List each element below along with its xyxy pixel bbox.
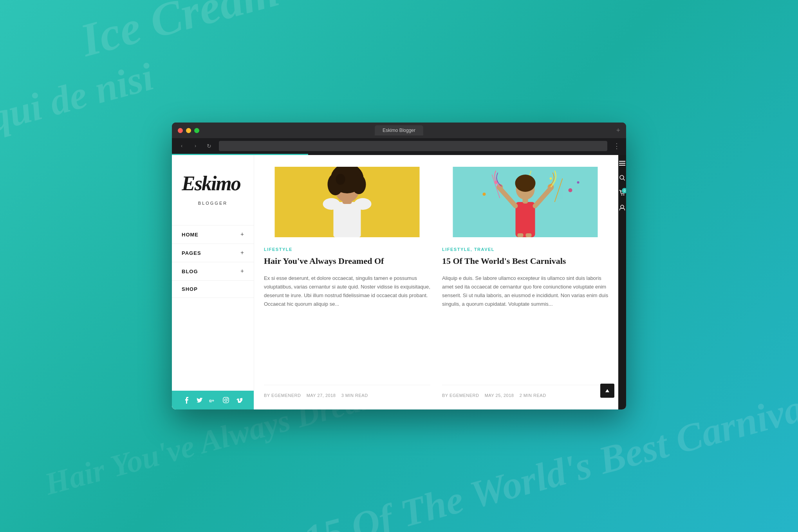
svg-point-22	[550, 177, 552, 180]
social-bar: g+	[172, 391, 254, 409]
article-2-readtime: 2 MIN READ	[520, 393, 546, 398]
article-card-1: LIFESTYLE Hair You've Always Dreamed Of …	[264, 167, 430, 398]
traffic-light-maximize[interactable]	[194, 128, 199, 133]
bg-decoration-1: Ice Cream	[75, 0, 284, 67]
svg-point-4	[227, 398, 228, 399]
article-1-excerpt: Ex si esse deserunt, et dolore occaecat,…	[264, 274, 430, 377]
social-vimeo[interactable]	[235, 396, 243, 404]
svg-text:Eskimo: Eskimo	[182, 172, 241, 195]
menu-icon[interactable]	[619, 161, 625, 167]
article-1-meta: BY EGEMENERD MAY 27, 2018 3 MIN READ	[264, 385, 430, 398]
browser-window: Eskimo Blogger + ‹ › ↻ ⋮ Eskimo	[172, 123, 626, 409]
sidebar: Eskimo BLOGGER HOME + PAGES + BLOG +	[172, 155, 254, 409]
logo-svg: Eskimo	[182, 169, 244, 196]
svg-rect-26	[516, 202, 535, 237]
article-1-image	[264, 167, 430, 237]
browser-tab[interactable]: Eskimo Blogger	[375, 125, 423, 135]
article-2-excerpt: Aliquip e duis. Se labore ullamco except…	[442, 274, 608, 377]
svg-point-25	[577, 181, 580, 184]
svg-point-24	[483, 193, 486, 196]
logo: Eskimo BLOGGER	[182, 169, 244, 206]
website-content: Eskimo BLOGGER HOME + PAGES + BLOG +	[172, 155, 626, 409]
traffic-light-minimize[interactable]	[186, 128, 191, 133]
svg-point-3	[225, 399, 227, 401]
article-2-category: LIFESTYLE, TRAVEL	[442, 247, 608, 252]
svg-point-42	[623, 195, 625, 196]
nav-item-blog[interactable]: BLOG +	[172, 262, 254, 280]
bg-decoration-2: e qui de nisi	[0, 54, 158, 148]
browser-addressbar: ‹ › ↻ ⋮	[172, 138, 626, 154]
social-twitter[interactable]	[196, 396, 204, 404]
social-google-plus[interactable]: g+	[209, 396, 217, 404]
article-2-date: MAY 25, 2018	[485, 393, 514, 398]
svg-point-39	[620, 175, 624, 179]
svg-text:g+: g+	[209, 398, 214, 402]
article-2-meta: BY EGEMENERD MAY 25, 2018 2 MIN READ	[442, 385, 608, 398]
svg-point-29	[515, 175, 536, 192]
article-1-by: BY	[264, 393, 270, 398]
article-2-by: BY	[442, 393, 448, 398]
svg-point-15	[323, 198, 340, 210]
back-button[interactable]: ‹	[178, 142, 186, 150]
browser-more-button[interactable]: ⋮	[613, 142, 620, 150]
nav-item-pages[interactable]: PAGES +	[172, 243, 254, 262]
svg-point-23	[569, 188, 572, 192]
browser-titlebar: Eskimo Blogger +	[172, 123, 626, 138]
right-panel: 0	[618, 155, 626, 409]
nav-home-label: HOME	[182, 232, 199, 238]
scroll-top-button[interactable]	[600, 384, 614, 398]
nav-home-expand-icon: +	[240, 231, 244, 238]
article-1-category: LIFESTYLE	[264, 247, 430, 252]
cart-icon[interactable]: 0	[619, 190, 625, 197]
nav-pages-label: PAGES	[182, 250, 201, 256]
article-2-author: EGEMENERD	[450, 393, 479, 398]
forward-button[interactable]: ›	[191, 142, 199, 150]
svg-line-40	[623, 179, 625, 180]
logo-area: Eskimo BLOGGER	[172, 155, 254, 217]
article-1-date: MAY 27, 2018	[307, 393, 336, 398]
article-2-title: 15 Of The World's Best Carnivals	[442, 256, 608, 267]
article-2-image	[442, 167, 608, 237]
nav-item-home[interactable]: HOME +	[172, 225, 254, 243]
svg-rect-2	[223, 397, 229, 403]
svg-rect-37	[619, 163, 625, 164]
address-bar[interactable]	[219, 141, 607, 151]
svg-point-16	[354, 198, 372, 210]
svg-point-41	[621, 195, 623, 196]
article-1-author: EGEMENERD	[271, 393, 301, 398]
main-content: LIFESTYLE Hair You've Always Dreamed Of …	[254, 155, 618, 409]
article-1-readtime: 3 MIN READ	[341, 393, 368, 398]
social-instagram[interactable]	[222, 396, 230, 404]
svg-point-43	[621, 205, 624, 208]
social-facebook[interactable]	[182, 396, 190, 404]
new-tab-button[interactable]: +	[616, 126, 620, 135]
refresh-button[interactable]: ↻	[205, 142, 213, 150]
nav-pages-expand-icon: +	[240, 249, 244, 256]
user-icon[interactable]	[619, 205, 625, 212]
tab-label: Eskimo Blogger	[383, 128, 415, 133]
svg-point-14	[336, 174, 345, 185]
nav-menu: HOME + PAGES + BLOG + SHOP	[172, 217, 254, 391]
nav-shop-label: SHOP	[182, 286, 198, 292]
logo-subtitle: BLOGGER	[182, 201, 244, 206]
search-icon[interactable]	[619, 175, 625, 182]
nav-blog-label: BLOG	[182, 269, 198, 274]
svg-rect-35	[526, 233, 532, 237]
article-card-2: LIFESTYLE, TRAVEL 15 Of The World's Best…	[442, 167, 608, 398]
nav-blog-expand-icon: +	[240, 268, 244, 275]
article-1-title: Hair You've Always Dreamed Of	[264, 256, 430, 267]
logo-text: Eskimo	[182, 169, 244, 199]
cart-badge: 0	[622, 188, 626, 193]
nav-item-shop[interactable]: SHOP	[172, 280, 254, 298]
svg-rect-38	[619, 165, 625, 166]
svg-rect-36	[619, 161, 625, 162]
traffic-light-close[interactable]	[178, 128, 183, 133]
svg-rect-34	[518, 233, 524, 237]
